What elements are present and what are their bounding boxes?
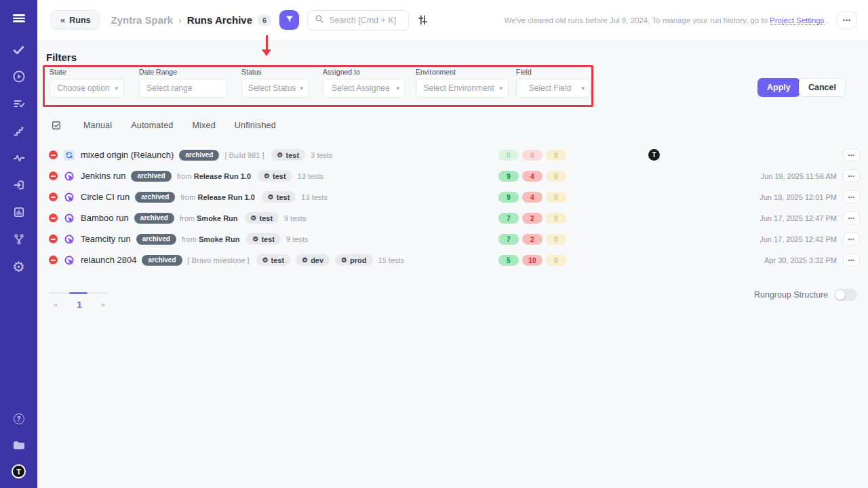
automated-run-icon — [64, 171, 75, 182]
remove-run-icon[interactable] — [49, 235, 58, 243]
env-tag-label: test — [273, 172, 286, 180]
run-name[interactable]: mixed origin (Relaunch) — [81, 150, 174, 160]
funnel-icon — [285, 14, 294, 26]
page-next-button[interactable]: » — [101, 300, 105, 308]
filter-toggle-button[interactable] — [279, 10, 299, 30]
back-to-runs-button[interactable]: « Runs — [51, 10, 100, 30]
state-select[interactable]: Choose option ▾ — [50, 79, 124, 98]
remove-run-icon[interactable] — [49, 150, 58, 159]
breadcrumb: Zyntra Spark › Runs Archive 6 — [111, 14, 271, 26]
remove-run-icon[interactable] — [49, 214, 58, 222]
tests-count: 15 tests — [378, 256, 405, 264]
import-icon[interactable] — [12, 178, 26, 192]
filter-assigned-to: Assigned to Select Assignee ▾ — [323, 68, 406, 98]
tab-mixed[interactable]: Mixed — [192, 121, 215, 130]
row-menu-button[interactable]: ••• — [843, 232, 860, 245]
pass-count-pill: 0 — [498, 150, 519, 161]
fail-count-pill: 2 — [522, 213, 542, 224]
archived-badge: archived — [142, 255, 182, 266]
env-tag-pill[interactable]: ⚙prod — [335, 254, 372, 266]
filter-status-label: Status — [241, 68, 309, 76]
menu-icon[interactable] — [12, 11, 26, 26]
status-select[interactable]: Select Status ▾ — [241, 79, 309, 98]
remove-run-icon[interactable] — [49, 256, 58, 264]
env-tag-pill[interactable]: ⚙test — [262, 191, 296, 203]
pulse-activity-icon[interactable] — [12, 150, 26, 165]
select-all-checkbox-icon[interactable] — [51, 120, 62, 131]
environment-select[interactable]: Select Environment ▾ — [416, 79, 509, 98]
chevron-down-icon: ▾ — [499, 85, 502, 92]
fail-count-pill: 10 — [522, 255, 542, 266]
row-menu-button[interactable]: ••• — [843, 148, 860, 161]
row-menu-button[interactable]: ••• — [843, 190, 860, 203]
annotation-red-arrow — [262, 35, 271, 57]
search-box[interactable] — [307, 10, 409, 30]
tab-unfinished[interactable]: Unfinished — [235, 121, 276, 130]
row-menu-button[interactable]: ••• — [843, 211, 860, 224]
gear-icon: ⚙ — [341, 257, 347, 264]
runs-list: mixed origin (Relaunch)archived[ Build 9… — [37, 144, 868, 270]
remove-run-icon[interactable] — [49, 192, 58, 201]
remove-run-icon[interactable] — [49, 171, 58, 180]
projects-folder-icon[interactable] — [12, 438, 26, 453]
env-tag-label: test — [285, 151, 299, 159]
env-tag-pill[interactable]: ⚙test — [271, 149, 306, 161]
pagination-scroll-track[interactable] — [48, 292, 108, 294]
run-name[interactable]: Teamcity run — [81, 234, 131, 244]
date-range-input[interactable] — [139, 79, 227, 98]
cancel-button[interactable]: Cancel — [799, 78, 846, 97]
breadcrumb-project[interactable]: Zyntra Spark — [111, 14, 173, 26]
header-menu-button[interactable]: ••• — [837, 12, 857, 29]
project-settings-link[interactable]: Project Settings — [770, 16, 825, 25]
assignee-select[interactable]: Select Assignee ▾ — [323, 79, 406, 98]
view-settings-sliders-icon[interactable] — [417, 14, 429, 26]
runs-play-icon[interactable] — [12, 69, 26, 84]
tab-manual[interactable]: Manual — [83, 121, 112, 130]
breadcrumb-separator: › — [178, 15, 182, 26]
automated-run-icon — [64, 213, 75, 224]
page-prev-button[interactable]: « — [54, 300, 58, 308]
gear-icon: ⚙ — [264, 173, 270, 180]
run-from: from Release Run 1.0 — [177, 172, 251, 180]
milestones-steps-icon[interactable] — [12, 123, 26, 138]
run-row: Jenkins runarchivedfrom Release Run 1.0⚙… — [37, 165, 868, 186]
environment-select-value: Select Environment — [423, 83, 494, 93]
env-tag-pill[interactable]: ⚙dev — [296, 254, 330, 266]
run-name[interactable]: relaunch 2804 — [81, 255, 136, 265]
run-name[interactable]: Jenkins run — [81, 171, 125, 181]
run-date: Jun 19, 2025 11:56 AM — [761, 172, 837, 180]
back-button-label: Runs — [69, 16, 90, 25]
env-tag-pill[interactable]: ⚙test — [256, 254, 291, 266]
run-name[interactable]: Bamboo run — [81, 213, 129, 223]
row-menu-button[interactable]: ••• — [843, 169, 860, 182]
rungroup-structure-toggle[interactable] — [834, 289, 857, 301]
pagination-scroll-thumb[interactable] — [69, 292, 87, 295]
branch-icon[interactable] — [12, 232, 26, 247]
env-tag-pill[interactable]: ⚙test — [245, 212, 279, 224]
env-tag-pill[interactable]: ⚙test — [258, 170, 292, 182]
page-number-1[interactable]: 1 — [77, 300, 81, 310]
settings-gear-icon[interactable]: ⚙ — [12, 259, 26, 274]
field-select[interactable]: Select Field ▾ — [516, 79, 591, 98]
analytics-chart-icon[interactable] — [12, 205, 26, 220]
run-from: from Release Run 1.0 — [180, 193, 254, 201]
test-plan-icon[interactable] — [12, 96, 26, 111]
gear-icon: ⚙ — [252, 236, 258, 243]
search-input[interactable] — [329, 16, 401, 25]
row-menu-button[interactable]: ••• — [843, 253, 860, 266]
account-logo[interactable]: T — [12, 464, 26, 479]
pass-count-pill: 9 — [498, 171, 519, 182]
tests-check-icon[interactable] — [12, 42, 26, 57]
run-stats: 000 — [498, 150, 566, 161]
help-icon[interactable]: ? — [12, 411, 26, 426]
skip-count-pill: 0 — [546, 171, 566, 182]
env-tag-pill[interactable]: ⚙test — [246, 233, 281, 245]
filter-field: Field Select Field ▾ — [516, 68, 591, 98]
apply-button[interactable]: Apply — [757, 78, 800, 97]
annotation-red-box — [43, 65, 593, 107]
tab-automated[interactable]: Automated — [131, 121, 173, 130]
archived-badge: archived — [134, 213, 174, 224]
env-tag-label: test — [277, 193, 290, 201]
filter-field-label: Field — [516, 68, 591, 76]
run-name[interactable]: Circle CI run — [81, 192, 130, 202]
